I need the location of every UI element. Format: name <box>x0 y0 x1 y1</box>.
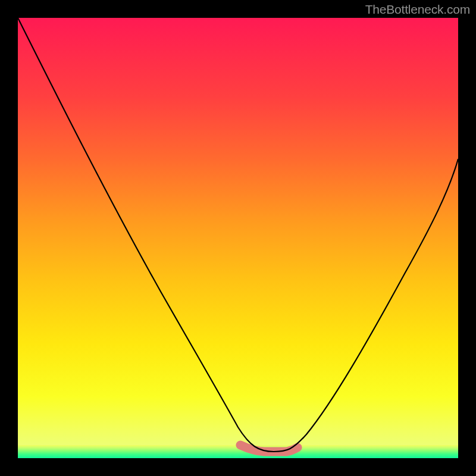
plot-area <box>18 18 458 458</box>
bottleneck-curve <box>18 18 458 452</box>
watermark-text: TheBottleneck.com <box>365 2 470 17</box>
bottleneck-highlight <box>240 445 298 452</box>
curve-overlay <box>18 18 458 458</box>
chart-frame: TheBottleneck.com <box>0 0 476 476</box>
